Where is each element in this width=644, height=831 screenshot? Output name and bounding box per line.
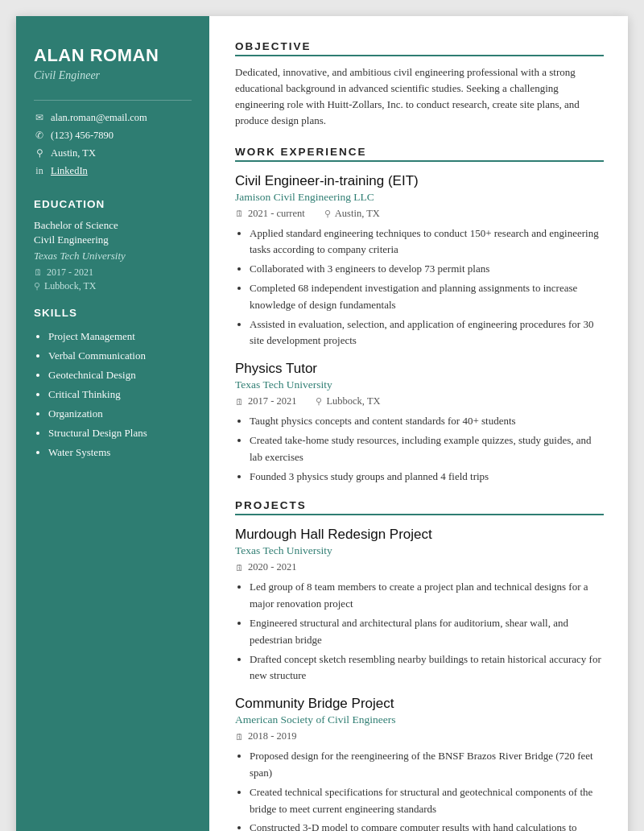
- resume-container: ALAN ROMAN Civil Engineer ✉ alan.roman@e…: [16, 16, 628, 831]
- phone-item: ✆ (123) 456-7890: [34, 130, 192, 142]
- job-1-company: Jamison Civil Engineering LLC: [235, 191, 604, 204]
- project-1-bullets: Led group of 8 team members to create a …: [235, 579, 604, 684]
- map-icon: ⚲: [316, 396, 322, 407]
- bullet-item: Created take-home study resources, inclu…: [250, 432, 604, 466]
- skill-item: Project Management: [48, 327, 192, 346]
- main-content: OBJECTIVE Dedicated, innovative, and amb…: [209, 16, 628, 831]
- bullet-item: Collaborated with 3 engineers to develop…: [250, 261, 604, 278]
- projects-heading: PROJECTS: [235, 499, 604, 515]
- bullet-item: Constructed 3-D model to compare compute…: [250, 820, 604, 831]
- edu-years: 🗓 2017 - 2021: [34, 267, 192, 279]
- calendar-icon: 🗓: [34, 267, 43, 277]
- calendar-icon: 🗓: [235, 209, 244, 218]
- job-1-years: 🗓 2021 - current: [235, 208, 305, 220]
- project-2-bullets: Proposed design for the reengineering of…: [235, 748, 604, 831]
- project-1-meta: 🗓 2020 - 2021: [235, 561, 604, 573]
- skill-item: Geotechnical Design: [48, 366, 192, 385]
- map-icon: ⚲: [34, 281, 40, 291]
- skill-item: Organization: [48, 404, 192, 424]
- project-2: Community Bridge Project American Societ…: [235, 696, 604, 831]
- bullet-item: Applied standard engineering techniques …: [250, 225, 604, 259]
- candidate-title: Civil Engineer: [34, 69, 192, 82]
- email-item: ✉ alan.roman@email.com: [34, 112, 192, 124]
- edu-field: Civil Engineering: [34, 234, 192, 246]
- linkedin-item[interactable]: in LinkedIn: [34, 165, 192, 177]
- job-2: Physics Tutor Texas Tech University 🗓 20…: [235, 361, 604, 485]
- sidebar: ALAN ROMAN Civil Engineer ✉ alan.roman@e…: [16, 16, 209, 831]
- bullet-item: Drafted concept sketch resembling nearby…: [250, 651, 604, 685]
- skill-item: Water Systems: [48, 443, 192, 462]
- email-value: alan.roman@email.com: [51, 112, 147, 124]
- education-heading: EDUCATION: [34, 198, 192, 210]
- project-1-title: Murdough Hall Redesign Project: [235, 527, 604, 543]
- bullet-item: Completed 68 independent investigation a…: [250, 280, 604, 314]
- location-value: Austin, TX: [51, 147, 96, 159]
- email-icon: ✉: [34, 112, 45, 124]
- skill-item: Verbal Communication: [48, 346, 192, 366]
- edu-location-value: Lubbock, TX: [44, 280, 96, 292]
- job-1-bullets: Applied standard engineering techniques …: [235, 225, 604, 350]
- project-2-years: 2018 - 2019: [248, 730, 296, 742]
- job-2-company: Texas Tech University: [235, 378, 604, 391]
- project-1-years: 2020 - 2021: [248, 561, 296, 573]
- edu-degree: Bachelor of Science: [34, 218, 192, 233]
- phone-icon: ✆: [34, 130, 45, 142]
- linkedin-icon: in: [34, 165, 45, 177]
- project-2-title: Community Bridge Project: [235, 696, 604, 712]
- project-1-org: Texas Tech University: [235, 544, 604, 557]
- calendar-icon: 🗓: [235, 732, 244, 742]
- bullet-item: Taught physics concepts and content stan…: [250, 413, 604, 430]
- job-2-title: Physics Tutor: [235, 361, 604, 377]
- location-icon: ⚲: [34, 147, 45, 159]
- linkedin-value[interactable]: LinkedIn: [51, 165, 88, 177]
- job-1-title: Civil Engineer-in-training (EIT): [235, 173, 604, 189]
- location-item: ⚲ Austin, TX: [34, 147, 192, 159]
- project-1: Murdough Hall Redesign Project Texas Tec…: [235, 527, 604, 684]
- edu-location: ⚲ Lubbock, TX: [34, 280, 192, 292]
- phone-value: (123) 456-7890: [51, 130, 114, 142]
- job-1-meta: 🗓 2021 - current ⚲ Austin, TX: [235, 208, 604, 220]
- bullet-item: Led group of 8 team members to create a …: [250, 579, 604, 613]
- skill-item: Critical Thinking: [48, 385, 192, 404]
- job-2-meta: 🗓 2017 - 2021 ⚲ Lubbock, TX: [235, 395, 604, 407]
- skills-heading: SKILLS: [34, 307, 192, 319]
- job-2-bullets: Taught physics concepts and content stan…: [235, 413, 604, 485]
- job-2-years: 🗓 2017 - 2021: [235, 395, 296, 407]
- contact-section: ✉ alan.roman@email.com ✆ (123) 456-7890 …: [34, 100, 192, 177]
- objective-heading: OBJECTIVE: [235, 40, 604, 56]
- skill-item: Structural Design Plans: [48, 424, 192, 443]
- job-2-location: ⚲ Lubbock, TX: [316, 395, 380, 407]
- job-1-location: ⚲ Austin, TX: [324, 208, 380, 220]
- bullet-item: Assisted in evaluation, selection, and a…: [250, 316, 604, 350]
- calendar-icon: 🗓: [235, 563, 244, 573]
- project-2-org: American Society of Civil Engineers: [235, 713, 604, 726]
- calendar-icon: 🗓: [235, 397, 244, 407]
- bullet-item: Created technical specifications for str…: [250, 784, 604, 818]
- edu-university: Texas Tech University: [34, 250, 192, 263]
- edu-years-value: 2017 - 2021: [47, 267, 93, 279]
- bullet-item: Proposed design for the reengineering of…: [250, 748, 604, 782]
- skills-list: Project Management Verbal Communication …: [34, 327, 192, 462]
- job-1: Civil Engineer-in-training (EIT) Jamison…: [235, 173, 604, 350]
- bullet-item: Engineered structural and architectural …: [250, 615, 604, 649]
- bullet-item: Founded 3 physics study groups and plann…: [250, 469, 604, 486]
- work-heading: WORK EXPERIENCE: [235, 146, 604, 162]
- candidate-name: ALAN ROMAN: [34, 45, 192, 66]
- map-icon: ⚲: [324, 209, 331, 219]
- objective-text: Dedicated, innovative, and ambitious civ…: [235, 64, 604, 130]
- project-2-meta: 🗓 2018 - 2019: [235, 730, 604, 742]
